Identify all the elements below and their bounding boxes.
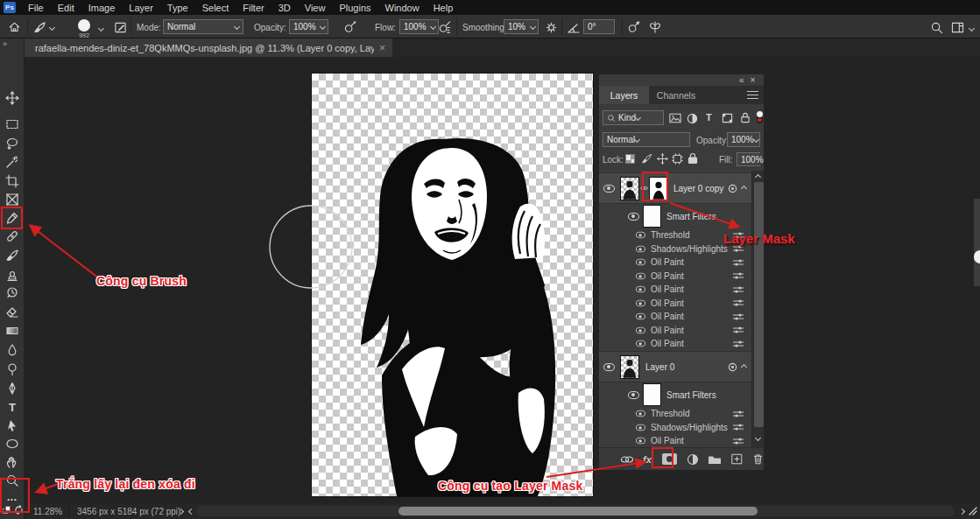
new-group-icon[interactable]	[708, 453, 722, 465]
layer-style-fx-icon[interactable]: fx	[643, 454, 652, 465]
smart-filter-thumbnail[interactable]	[643, 205, 661, 228]
collapse-filters-chevron[interactable]	[741, 363, 747, 369]
lock-artboard-icon[interactable]	[672, 153, 683, 165]
brush-preview-chevron[interactable]	[98, 25, 104, 32]
layer-thumbnail[interactable]	[620, 177, 639, 200]
workspace-switcher-icon[interactable]	[951, 22, 964, 33]
menu-image[interactable]: Image	[81, 0, 123, 15]
blend-mode-select[interactable]: Normal	[603, 132, 690, 147]
filter-entry[interactable]: Oil Paint	[599, 270, 751, 284]
symmetry-icon[interactable]	[648, 20, 662, 34]
lock-position-icon[interactable]	[657, 153, 668, 165]
opacity-chevron[interactable]	[317, 19, 328, 34]
menu-filter[interactable]: Filter	[236, 0, 271, 15]
menu-file[interactable]: File	[21, 0, 51, 15]
new-layer-icon[interactable]	[731, 453, 743, 465]
smart-filter-badge-icon[interactable]	[728, 362, 737, 372]
blur-tool[interactable]	[4, 342, 20, 358]
opacity-pressure-icon[interactable]	[343, 21, 357, 34]
filter-entry[interactable]: Threshold	[599, 407, 751, 421]
resize-grip-icon[interactable]	[969, 507, 977, 515]
menu-plugins[interactable]: Plugins	[332, 0, 377, 15]
filter-entry[interactable]: Oil Paint	[599, 434, 751, 447]
marquee-tool[interactable]	[4, 116, 20, 132]
layer-row-layer0[interactable]: Layer 0	[599, 351, 751, 382]
toggle-brush-panel-icon[interactable]	[114, 21, 127, 34]
filter-entry[interactable]: Oil Paint	[599, 256, 751, 270]
shape-tool[interactable]	[4, 436, 20, 452]
layer-name[interactable]: Layer 0	[645, 362, 674, 372]
panel-menu-icon[interactable]	[747, 91, 758, 99]
menu-type[interactable]: Type	[160, 0, 195, 15]
smart-filter-badge-icon[interactable]	[728, 184, 737, 193]
healing-brush-tool[interactable]	[4, 228, 20, 244]
dodge-tool[interactable]	[4, 361, 20, 377]
smoothing-gear-icon[interactable]	[545, 21, 558, 34]
mode-select[interactable]: Normal	[163, 19, 243, 34]
brush-angle-value[interactable]: 0°	[583, 19, 615, 34]
right-edge-handle[interactable]	[974, 250, 980, 263]
airbrush-icon[interactable]	[438, 21, 452, 34]
panel-opacity-value[interactable]: 100%	[727, 132, 760, 147]
collapse-filters-chevron[interactable]	[741, 185, 747, 191]
scroll-right-icon[interactable]	[959, 508, 965, 515]
home-icon[interactable]	[8, 21, 21, 33]
adjustment-layer-icon[interactable]	[687, 453, 699, 466]
filter-entry[interactable]: Shadows/Highlights	[599, 421, 751, 435]
canvas[interactable]	[312, 74, 593, 496]
frame-tool[interactable]	[4, 192, 20, 207]
link-layers-icon[interactable]	[620, 455, 634, 464]
gradient-tool[interactable]	[4, 323, 20, 339]
filter-entry[interactable]: Oil Paint	[599, 324, 751, 338]
smoothing-value[interactable]: 10%	[504, 19, 527, 34]
panel-collapse-icon[interactable]: «	[739, 75, 744, 85]
smart-filters-row[interactable]: Smart Filters	[599, 382, 751, 407]
tab-close-icon[interactable]: ×	[379, 42, 385, 54]
menu-select[interactable]: Select	[195, 0, 236, 15]
panel-close-icon[interactable]: ×	[751, 75, 756, 85]
search-icon[interactable]	[930, 21, 943, 34]
delete-layer-icon[interactable]	[752, 453, 764, 465]
layers-scrollbar[interactable]	[751, 171, 764, 447]
lasso-tool[interactable]	[4, 136, 20, 151]
pen-tool[interactable]	[4, 381, 20, 396]
filter-type-icon[interactable]: T	[706, 112, 712, 123]
workspace-chevron[interactable]	[969, 25, 975, 32]
layer-row-layer0copy[interactable]: Layer 0 copy	[599, 172, 751, 204]
filter-entry[interactable]: Oil Paint	[599, 337, 751, 351]
menu-help[interactable]: Help	[427, 0, 461, 15]
pressure-size-icon[interactable]	[627, 21, 641, 34]
lock-transparency-icon[interactable]	[625, 154, 635, 164]
fill-value[interactable]: 100%	[737, 152, 760, 166]
lock-image-icon[interactable]	[641, 153, 652, 165]
menu-3d[interactable]: 3D	[271, 0, 298, 15]
object-selection-tool[interactable]	[4, 155, 20, 171]
path-selection-tool[interactable]	[4, 417, 20, 433]
brush-size-preview[interactable]: 992	[78, 19, 90, 39]
smart-filters-row[interactable]: Smart Filters	[599, 204, 751, 228]
type-tool[interactable]: T	[4, 399, 20, 415]
filter-image-icon[interactable]	[669, 113, 681, 123]
menu-layer[interactable]: Layer	[122, 0, 160, 15]
tab-layers[interactable]: Layers	[599, 86, 649, 104]
visibility-eye-icon[interactable]	[628, 391, 639, 399]
eraser-tool[interactable]	[4, 305, 20, 320]
filter-entry[interactable]: Oil Paint	[599, 310, 751, 324]
crop-tool[interactable]	[4, 173, 20, 189]
horizontal-scrollbar-thumb[interactable]	[398, 507, 758, 515]
hand-tool[interactable]	[4, 454, 20, 470]
filter-entry[interactable]: Oil Paint	[599, 297, 751, 311]
menu-edit[interactable]: Edit	[51, 0, 81, 15]
brush-tool-preset-icon[interactable]	[33, 21, 54, 34]
smart-filter-thumbnail[interactable]	[643, 383, 661, 406]
visibility-eye-icon[interactable]	[603, 363, 615, 371]
toolbar-collapse-icon[interactable]: »	[3, 39, 6, 48]
status-prev-icon[interactable]	[188, 508, 194, 515]
zoom-level[interactable]: 11.28%	[33, 507, 62, 516]
flow-value[interactable]: 100%	[399, 19, 427, 34]
lock-all-icon[interactable]	[687, 152, 698, 165]
document-tab[interactable]: rafaella-mendes-diniz-et_78QkMMQs-unspla…	[25, 39, 392, 57]
filter-shape-icon[interactable]	[722, 113, 733, 123]
filter-entry[interactable]: Oil Paint	[599, 283, 751, 297]
menu-view[interactable]: View	[298, 0, 333, 15]
